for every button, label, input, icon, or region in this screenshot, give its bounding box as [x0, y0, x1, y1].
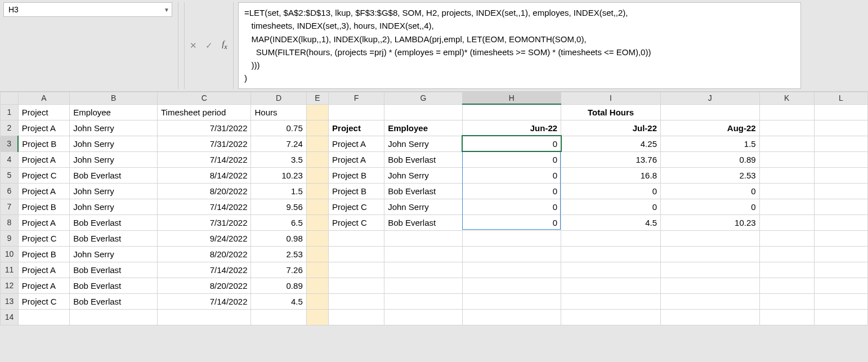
- cell-E13[interactable]: [306, 293, 328, 309]
- cell-F11[interactable]: [329, 262, 384, 278]
- cell-K14[interactable]: [759, 309, 814, 325]
- cell-B13[interactable]: Bob Everlast: [70, 293, 158, 309]
- cell-H8[interactable]: 0: [462, 214, 561, 230]
- cell-L13[interactable]: [814, 293, 867, 309]
- cell-C1[interactable]: Timesheet period: [157, 104, 251, 120]
- cell-C5[interactable]: 8/14/2022: [157, 167, 251, 183]
- cell-A5[interactable]: Project C: [18, 167, 69, 183]
- cell-C11[interactable]: 7/14/2022: [157, 262, 251, 278]
- cell-G3[interactable]: John Serry: [384, 136, 462, 151]
- cell-K12[interactable]: [759, 278, 814, 293]
- cell-I8[interactable]: 4.5: [561, 214, 661, 230]
- cell-G9[interactable]: [384, 230, 462, 246]
- cell-D1[interactable]: Hours: [251, 104, 306, 120]
- cell-E6[interactable]: [306, 183, 328, 199]
- select-all-corner[interactable]: [1, 92, 19, 104]
- col-header-B[interactable]: B: [70, 92, 158, 104]
- cell-F14[interactable]: [329, 309, 384, 325]
- cell-G5[interactable]: John Serry: [384, 167, 462, 183]
- cell-B9[interactable]: Bob Everlast: [70, 230, 158, 246]
- row-header-5[interactable]: 5: [1, 167, 19, 183]
- cell-K1[interactable]: [759, 104, 814, 120]
- cell-J1[interactable]: [660, 104, 759, 120]
- cell-G12[interactable]: [384, 278, 462, 293]
- name-box-dropdown-icon[interactable]: ▼: [164, 7, 169, 13]
- row-header-13[interactable]: 13: [1, 293, 19, 309]
- cell-E1[interactable]: [306, 104, 328, 120]
- row-header-1[interactable]: 1: [1, 104, 19, 120]
- cell-C9[interactable]: 9/24/2022: [157, 230, 251, 246]
- cell-F9[interactable]: [329, 230, 384, 246]
- col-header-J[interactable]: J: [660, 92, 759, 104]
- cell-C2[interactable]: 7/31/2022: [157, 120, 251, 136]
- cell-E4[interactable]: [306, 151, 328, 167]
- cell-L6[interactable]: [814, 183, 867, 199]
- cell-A13[interactable]: Project C: [18, 293, 69, 309]
- cell-A10[interactable]: Project B: [18, 246, 69, 262]
- cell-F12[interactable]: [329, 278, 384, 293]
- cell-A2[interactable]: Project A: [18, 120, 69, 136]
- cell-H6[interactable]: 0: [462, 183, 561, 199]
- cell-F4[interactable]: Project A: [329, 151, 384, 167]
- cell-D13[interactable]: 4.5: [251, 293, 306, 309]
- row-header-12[interactable]: 12: [1, 278, 19, 293]
- cell-H9[interactable]: [462, 230, 561, 246]
- cell-G8[interactable]: Bob Everlast: [384, 214, 462, 230]
- cell-C13[interactable]: 7/14/2022: [157, 293, 251, 309]
- cell-B5[interactable]: Bob Everlast: [70, 167, 158, 183]
- cell-B11[interactable]: Bob Everlast: [70, 262, 158, 278]
- cell-B7[interactable]: John Serry: [70, 199, 158, 214]
- cell-J12[interactable]: [660, 278, 759, 293]
- cell-H14[interactable]: [462, 309, 561, 325]
- cell-A8[interactable]: Project A: [18, 214, 69, 230]
- cell-G11[interactable]: [384, 262, 462, 278]
- cell-I6[interactable]: 0: [561, 183, 661, 199]
- cell-G4[interactable]: Bob Everlast: [384, 151, 462, 167]
- cell-K4[interactable]: [759, 151, 814, 167]
- cell-L3[interactable]: [814, 136, 867, 151]
- cell-F8[interactable]: Project C: [329, 214, 384, 230]
- cell-K9[interactable]: [759, 230, 814, 246]
- cell-F2[interactable]: Project: [329, 120, 384, 136]
- cell-B8[interactable]: Bob Everlast: [70, 214, 158, 230]
- cell-B2[interactable]: John Serry: [70, 120, 158, 136]
- cell-H5[interactable]: 0: [462, 167, 561, 183]
- cell-H13[interactable]: [462, 293, 561, 309]
- row-header-3[interactable]: 3: [1, 136, 19, 151]
- cell-F5[interactable]: Project B: [329, 167, 384, 183]
- cell-K7[interactable]: [759, 199, 814, 214]
- cell-F10[interactable]: [329, 246, 384, 262]
- cell-K6[interactable]: [759, 183, 814, 199]
- cell-K10[interactable]: [759, 246, 814, 262]
- cell-E2[interactable]: [306, 120, 328, 136]
- cell-F1[interactable]: [329, 104, 384, 120]
- col-header-F[interactable]: F: [329, 92, 384, 104]
- col-header-E[interactable]: E: [306, 92, 328, 104]
- cell-G6[interactable]: Bob Everlast: [384, 183, 462, 199]
- cell-C7[interactable]: 7/14/2022: [157, 199, 251, 214]
- cell-A3[interactable]: Project B: [18, 136, 69, 151]
- cell-J2[interactable]: Aug-22: [660, 120, 759, 136]
- cell-H2[interactable]: Jun-22: [462, 120, 561, 136]
- cell-B10[interactable]: John Serry: [70, 246, 158, 262]
- cell-I11[interactable]: [561, 262, 661, 278]
- cell-J9[interactable]: [660, 230, 759, 246]
- cell-B4[interactable]: John Serry: [70, 151, 158, 167]
- cell-A1[interactable]: Project: [18, 104, 69, 120]
- cell-B3[interactable]: John Serry: [70, 136, 158, 151]
- cell-B12[interactable]: Bob Everlast: [70, 278, 158, 293]
- cell-J5[interactable]: 2.53: [660, 167, 759, 183]
- cell-A7[interactable]: Project B: [18, 199, 69, 214]
- cell-G7[interactable]: John Serry: [384, 199, 462, 214]
- cell-A6[interactable]: Project A: [18, 183, 69, 199]
- cell-B6[interactable]: John Serry: [70, 183, 158, 199]
- cell-I12[interactable]: [561, 278, 661, 293]
- cell-K11[interactable]: [759, 262, 814, 278]
- cell-L12[interactable]: [814, 278, 867, 293]
- col-header-D[interactable]: D: [251, 92, 306, 104]
- cell-L4[interactable]: [814, 151, 867, 167]
- cell-C12[interactable]: 8/20/2022: [157, 278, 251, 293]
- cell-A11[interactable]: Project A: [18, 262, 69, 278]
- cell-D12[interactable]: 0.89: [251, 278, 306, 293]
- cell-I5[interactable]: 16.8: [561, 167, 661, 183]
